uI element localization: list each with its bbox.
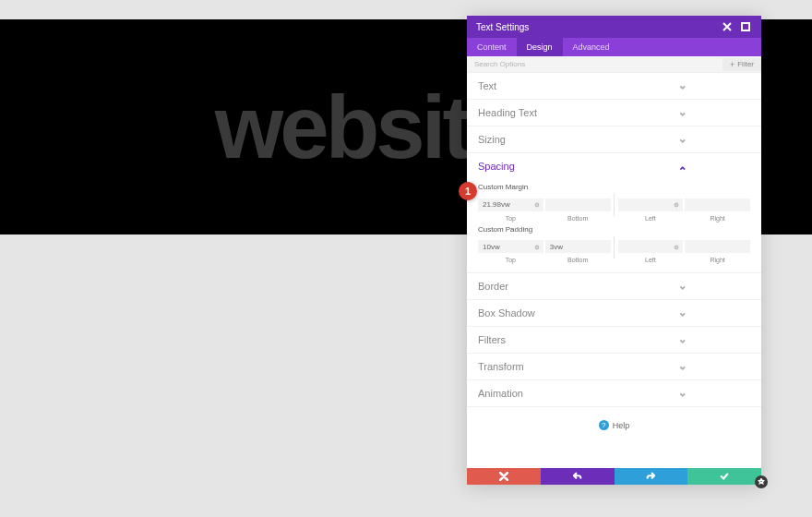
padding-bottom-cell <box>545 236 611 254</box>
margin-right-input[interactable] <box>685 198 750 211</box>
label-top: Top <box>478 215 543 222</box>
section-filters: Filters <box>467 327 761 354</box>
section-label: Border <box>478 281 615 292</box>
section-sizing-header[interactable]: Sizing <box>467 126 761 152</box>
margin-label: Custom Margin <box>478 183 750 191</box>
chevron-down-icon <box>615 109 751 116</box>
search-row: Filter <box>467 56 761 73</box>
hero-text: websit <box>215 77 469 178</box>
section-label: Spacing <box>478 161 615 172</box>
label-left: Left <box>618 215 684 222</box>
svg-rect-0 <box>742 23 749 30</box>
margin-bottom-input[interactable] <box>545 198 611 211</box>
margin-top-cell <box>478 194 543 211</box>
margin-left-cell <box>618 194 684 211</box>
margin-grid: Top Bottom Left Right <box>478 194 750 222</box>
label-left: Left <box>618 257 684 263</box>
chevron-down-icon <box>615 336 751 343</box>
section-border-header[interactable]: Border <box>467 273 761 299</box>
section-transform-header[interactable]: Transform <box>467 354 761 379</box>
tab-design[interactable]: Design <box>517 38 563 56</box>
spacing-body: Custom Margin <box>467 183 761 272</box>
section-box-shadow: Box Shadow <box>467 300 761 327</box>
undo-button[interactable] <box>541 468 615 485</box>
label-top: Top <box>478 257 543 263</box>
label-bottom: Bottom <box>545 257 611 263</box>
section-text-header[interactable]: Text <box>467 73 761 99</box>
chevron-down-icon <box>615 363 751 370</box>
padding-top-cell <box>478 236 543 254</box>
panel-body: Text Heading Text Sizing Spacing Custom … <box>467 73 761 468</box>
link-icon[interactable] <box>673 196 680 203</box>
tab-content[interactable]: Content <box>467 38 517 56</box>
link-icon[interactable] <box>533 238 541 246</box>
chevron-down-icon <box>615 283 751 290</box>
settings-fab[interactable] <box>755 475 768 488</box>
section-animation-header[interactable]: Animation <box>467 380 761 406</box>
chevron-down-icon <box>615 136 751 143</box>
link-icon[interactable] <box>673 238 680 246</box>
section-sizing: Sizing <box>467 126 761 153</box>
section-filters-header[interactable]: Filters <box>467 327 761 353</box>
padding-bottom-input[interactable] <box>545 240 611 253</box>
section-spacing-header[interactable]: Spacing <box>467 153 761 179</box>
section-border: Border <box>467 273 761 300</box>
section-animation: Animation <box>467 380 761 407</box>
padding-right-cell <box>685 236 750 254</box>
action-bar <box>467 468 761 485</box>
tabs: Content Design Advanced <box>467 38 761 56</box>
padding-label: Custom Padding <box>478 225 750 234</box>
divider <box>614 236 615 258</box>
chevron-down-icon <box>615 390 751 397</box>
margin-right-cell <box>685 194 750 211</box>
save-button[interactable] <box>687 468 761 485</box>
search-input[interactable] <box>467 57 722 71</box>
help-label: Help <box>613 421 630 430</box>
close-icon[interactable] <box>721 20 734 33</box>
panel-title: Text Settings <box>476 22 715 32</box>
label-right: Right <box>685 215 750 222</box>
chevron-down-icon <box>615 82 751 90</box>
cancel-button[interactable] <box>467 468 541 485</box>
section-label: Heading Text <box>478 107 615 118</box>
help-link[interactable]: ? Help <box>467 407 761 441</box>
padding-grid: Top Bottom Left Right <box>478 236 750 264</box>
settings-panel: Text Settings Content Design Advanced Fi… <box>467 16 761 485</box>
padding-right-input[interactable] <box>685 240 750 253</box>
section-transform: Transform <box>467 354 761 380</box>
section-spacing: Spacing Custom Margin <box>467 153 761 273</box>
section-label: Filters <box>478 334 615 345</box>
divider <box>614 194 615 216</box>
section-label: Text <box>478 80 615 91</box>
expand-icon[interactable] <box>739 20 752 33</box>
section-label: Sizing <box>478 134 615 145</box>
section-heading-header[interactable]: Heading Text <box>467 100 761 126</box>
margin-bottom-cell <box>545 194 611 211</box>
section-text: Text <box>467 73 761 100</box>
label-right: Right <box>685 257 750 263</box>
tab-advanced[interactable]: Advanced <box>563 38 620 56</box>
section-heading: Heading Text <box>467 100 761 126</box>
label-bottom: Bottom <box>545 215 611 222</box>
section-label: Box Shadow <box>478 307 615 319</box>
redo-button[interactable] <box>615 468 688 485</box>
link-icon[interactable] <box>533 196 541 203</box>
padding-left-cell <box>618 236 684 254</box>
chevron-down-icon <box>615 309 751 317</box>
step-badge: 1 <box>459 182 477 200</box>
filter-button[interactable]: Filter <box>722 58 761 71</box>
section-label: Transform <box>478 361 615 372</box>
chevron-up-icon <box>615 162 751 170</box>
panel-header: Text Settings <box>467 16 761 38</box>
section-label: Animation <box>478 388 615 399</box>
help-icon: ? <box>599 420 609 430</box>
section-box-shadow-header[interactable]: Box Shadow <box>467 300 761 326</box>
